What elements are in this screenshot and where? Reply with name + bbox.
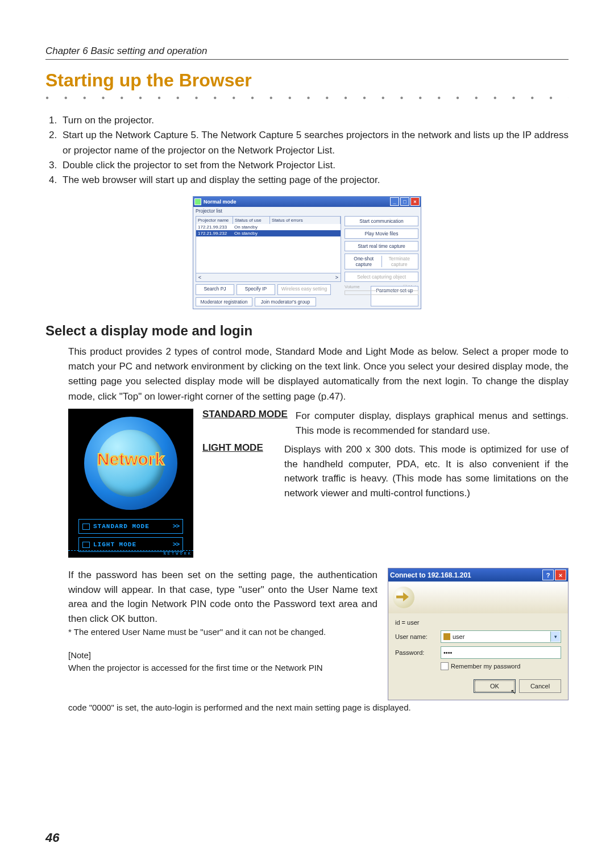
parameter-setup-button[interactable]: Parameter set up — [371, 286, 418, 306]
standard-mode-label: STANDARD MODE — [202, 409, 288, 438]
volume-slider[interactable] — [345, 290, 418, 295]
one-shot-capture-button[interactable]: One-shot capture — [346, 256, 382, 267]
step-num: 2. — [49, 128, 60, 158]
dialog-titlebar[interactable]: Connect to 192.168.1.201 ? × — [388, 568, 568, 582]
capture-buttons: One-shot capture Terminate capture — [345, 254, 418, 269]
remember-password-checkbox[interactable]: Remember my password — [441, 662, 561, 670]
realm-label: id = user — [395, 619, 561, 626]
col-status-errors[interactable]: Status of errors — [270, 217, 341, 224]
network-logo-text: Network — [68, 450, 193, 469]
divider-dots: ● ● ● ● ● ● ● ● ● ● ● ● ● ● ● ● ● ● ● ● … — [45, 94, 569, 101]
chevron-down-icon[interactable]: ▾ — [550, 632, 560, 642]
projector-list-label: Projector list — [193, 207, 421, 214]
search-pj-button[interactable]: Search PJ — [196, 284, 234, 295]
window-titlebar[interactable]: Normal mode _ □ × — [193, 197, 421, 207]
cancel-button[interactable]: Cancel — [519, 679, 561, 693]
checkbox-icon[interactable] — [441, 662, 449, 670]
cursor-icon: ↖ — [511, 688, 516, 696]
password-paragraph: If the password has been set on the sett… — [68, 568, 377, 626]
keys-icon — [393, 587, 414, 608]
username-label: User name: — [395, 633, 436, 640]
table-row[interactable]: 172.21.99.233On standby — [196, 224, 341, 230]
light-mode-label: LIGHT MODE — [202, 442, 276, 500]
username-note: * The entered User Name must be "user" a… — [68, 626, 377, 639]
password-field[interactable]: •••• — [441, 646, 561, 659]
page-title: Starting up the Browser — [45, 70, 569, 91]
app-icon — [194, 198, 201, 205]
step-num: 3. — [49, 158, 60, 173]
table-row[interactable]: 172.21.99.232On standby — [196, 230, 341, 236]
password-label: Password: — [395, 649, 436, 656]
note-continuation: code "0000" is set, the auto-login is pe… — [68, 703, 569, 712]
page-number: 46 — [45, 830, 59, 845]
step-num: 1. — [49, 113, 60, 128]
username-field[interactable]: user ▾ — [441, 630, 561, 643]
monitor-icon — [82, 524, 90, 530]
horizontal-scrollbar[interactable]: <> — [196, 273, 341, 281]
join-moderator-group-button[interactable]: Join moderator's group — [255, 297, 316, 306]
section-heading: Select a display mode and login — [45, 323, 569, 339]
ok-button[interactable]: OK↖ — [474, 679, 516, 693]
minimize-icon[interactable]: _ — [390, 197, 399, 206]
projector-list[interactable]: Projector name Status of use Status of e… — [196, 216, 341, 282]
play-movie-button[interactable]: Play Movie files — [345, 229, 418, 239]
steps-list: 1.Turn on the projector. 2.Start up the … — [49, 113, 569, 188]
step-text: Double click the projector to set from t… — [63, 158, 569, 173]
dialog-title: Connect to 192.168.1.201 — [390, 571, 471, 579]
login-dialog: Connect to 192.168.1.201 ? × id = user U… — [388, 568, 569, 700]
light-mode-desc: Displays with 200 x 300 dots. This mode … — [284, 442, 569, 500]
step-text: Start up the Network Capture 5. The Netw… — [63, 128, 569, 158]
mode-paragraph: This product provides 2 types of control… — [68, 344, 569, 404]
maximize-icon[interactable]: □ — [400, 197, 409, 206]
start-realtime-capture-button[interactable]: Start real time capture — [345, 241, 418, 251]
moderator-registration-button[interactable]: Moderator registration — [196, 297, 252, 306]
specify-ip-button[interactable]: Specify IP — [237, 284, 275, 295]
panel-footer: NETWORK — [68, 550, 193, 556]
user-key-icon — [443, 633, 450, 640]
standard-mode-link[interactable]: STANDARD MODE>> — [78, 519, 183, 534]
chevron-right-icon: >> — [173, 541, 179, 548]
chevron-right-icon: >> — [173, 523, 179, 530]
pda-icon — [82, 542, 90, 548]
start-communication-button[interactable]: Start communication — [345, 216, 418, 226]
close-icon[interactable]: × — [555, 570, 566, 580]
step-num: 4. — [49, 173, 60, 188]
network-mode-panel: Network STANDARD MODE>> LIGHT MODE>> NET… — [68, 409, 193, 558]
col-status-use[interactable]: Status of use — [233, 217, 270, 224]
volume-label: Volume — [345, 284, 360, 289]
dialog-header — [388, 582, 568, 613]
close-icon[interactable]: × — [410, 197, 420, 206]
note-block: [Note] When the projector is accessed fo… — [68, 649, 377, 675]
select-capturing-object-button: Select capturing object — [345, 272, 418, 282]
help-icon[interactable]: ? — [542, 570, 554, 580]
step-text: Turn on the projector. — [63, 113, 569, 128]
normal-mode-window: Normal mode _ □ × Projector list Project… — [193, 196, 421, 309]
window-title: Normal mode — [204, 199, 237, 205]
standard-mode-desc: For computer display, displays graphical… — [296, 409, 569, 438]
chapter-heading: Chapter 6 Basic setting and operation — [45, 45, 569, 60]
wireless-easy-setting-button: Wireless easy setting — [277, 284, 331, 295]
col-projector-name[interactable]: Projector name — [196, 217, 233, 224]
terminate-capture-button: Terminate capture — [382, 256, 417, 267]
step-text: The web browser will start up and displa… — [63, 173, 569, 188]
